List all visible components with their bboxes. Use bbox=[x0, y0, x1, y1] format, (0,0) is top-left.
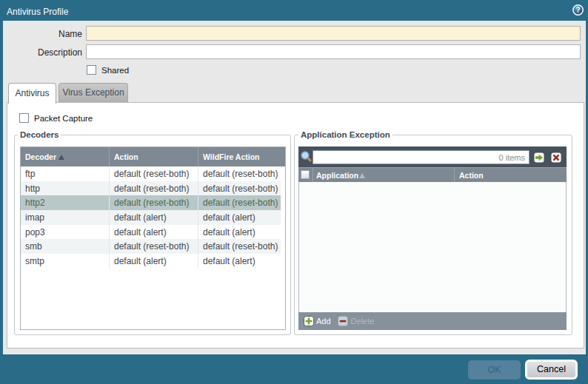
svg-text:?: ? bbox=[575, 6, 580, 14]
